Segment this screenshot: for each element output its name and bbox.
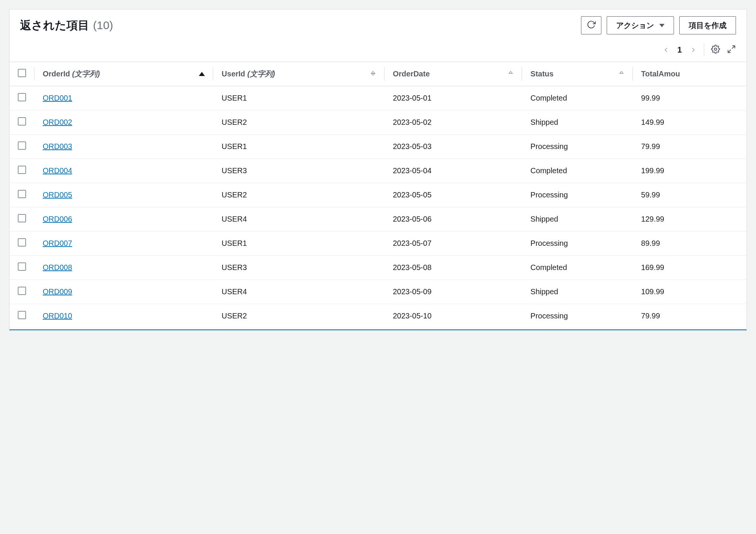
table-row: ORD001USER12023-05-01Completed99.99 [9, 86, 747, 110]
svg-line-1 [732, 46, 735, 48]
col-orderdate-label: OrderDate [393, 70, 430, 78]
expand-icon [727, 45, 736, 55]
cell-orderdate: 2023-05-04 [384, 159, 522, 183]
col-status[interactable]: Status [522, 62, 633, 86]
cell-userid: USER3 [213, 159, 384, 183]
cell-orderdate: 2023-05-06 [384, 207, 522, 231]
orderid-link[interactable]: ORD004 [43, 166, 72, 175]
orderid-link[interactable]: ORD010 [43, 312, 72, 320]
col-userid[interactable]: UserId (文字列) [213, 62, 384, 86]
table-scroll[interactable]: OrderId (文字列) UserId (文字列) [9, 62, 747, 330]
table-row: ORD007USER12023-05-07Processing89.99 [9, 231, 747, 256]
col-userid-label: UserId [222, 70, 245, 78]
cell-status: Processing [522, 183, 633, 207]
cell-totalamount: 89.99 [633, 231, 747, 256]
cell-totalamount: 109.99 [633, 280, 747, 304]
orderid-link[interactable]: ORD009 [43, 287, 72, 296]
svg-marker-4 [372, 73, 375, 75]
fullscreen-button[interactable] [727, 45, 736, 55]
col-select-all [9, 62, 34, 86]
cell-totalamount: 199.99 [633, 159, 747, 183]
cell-status: Shipped [522, 207, 633, 231]
cell-orderdate: 2023-05-02 [384, 110, 522, 135]
items-table: OrderId (文字列) UserId (文字列) [9, 62, 747, 328]
svg-marker-5 [509, 71, 513, 73]
cell-userid: USER1 [213, 135, 384, 159]
col-status-label: Status [530, 70, 553, 78]
row-checkbox[interactable] [18, 238, 26, 247]
cell-totalamount: 129.99 [633, 207, 747, 231]
create-item-button[interactable]: 項目を作成 [679, 16, 736, 34]
table-toolbar: 1 [9, 37, 747, 62]
cell-status: Completed [522, 86, 633, 110]
pagination: 1 [662, 45, 697, 55]
table-row: ORD010USER22023-05-10Processing79.99 [9, 304, 747, 328]
orderid-link[interactable]: ORD001 [43, 94, 72, 102]
table-row: ORD003USER12023-05-03Processing79.99 [9, 135, 747, 159]
actions-dropdown-button[interactable]: アクション [607, 16, 674, 34]
orderid-link[interactable]: ORD006 [43, 215, 72, 223]
table-row: ORD002USER22023-05-02Shipped149.99 [9, 110, 747, 135]
cell-status: Processing [522, 304, 633, 328]
cell-orderdate: 2023-05-01 [384, 86, 522, 110]
orderid-link[interactable]: ORD007 [43, 239, 72, 247]
row-checkbox[interactable] [18, 141, 26, 150]
svg-line-2 [728, 50, 731, 53]
item-count: (10) [93, 19, 113, 32]
row-checkbox[interactable] [18, 311, 26, 319]
toolbar-divider [704, 43, 704, 56]
col-userid-type: (文字列) [247, 70, 275, 78]
create-item-label: 項目を作成 [689, 20, 727, 31]
sort-asc-icon [199, 72, 205, 76]
row-checkbox[interactable] [18, 93, 26, 101]
orderid-link[interactable]: ORD003 [43, 142, 72, 151]
prev-page-button[interactable] [662, 46, 670, 54]
settings-button[interactable] [711, 45, 720, 55]
cell-totalamount: 79.99 [633, 304, 747, 328]
col-totalamount[interactable]: TotalAmou [633, 62, 747, 86]
cell-userid: USER4 [213, 280, 384, 304]
cell-userid: USER1 [213, 231, 384, 256]
row-checkbox[interactable] [18, 117, 26, 126]
header-actions: アクション 項目を作成 [581, 16, 736, 34]
svg-point-0 [714, 48, 717, 50]
cell-status: Processing [522, 135, 633, 159]
cell-userid: USER2 [213, 304, 384, 328]
row-checkbox[interactable] [18, 166, 26, 174]
panel-header: 返された項目 (10) アクション 項目を作成 [9, 9, 747, 37]
orderid-link[interactable]: ORD005 [43, 191, 72, 199]
caret-down-icon [659, 24, 665, 27]
row-checkbox[interactable] [18, 287, 26, 295]
row-checkbox[interactable] [18, 262, 26, 271]
cell-totalamount: 99.99 [633, 86, 747, 110]
cell-status: Completed [522, 256, 633, 280]
refresh-button[interactable] [581, 16, 601, 34]
refresh-icon [587, 20, 596, 31]
next-page-button[interactable] [689, 46, 697, 54]
cell-status: Completed [522, 159, 633, 183]
col-orderdate[interactable]: OrderDate [384, 62, 522, 86]
cell-userid: USER1 [213, 86, 384, 110]
col-orderid[interactable]: OrderId (文字列) [34, 62, 213, 86]
cell-status: Processing [522, 231, 633, 256]
orderid-link[interactable]: ORD008 [43, 263, 72, 272]
svg-marker-6 [620, 71, 623, 73]
sort-icon [370, 70, 376, 78]
cell-orderdate: 2023-05-10 [384, 304, 522, 328]
cell-userid: USER4 [213, 207, 384, 231]
svg-marker-3 [372, 71, 375, 73]
cell-orderdate: 2023-05-09 [384, 280, 522, 304]
col-totalamount-label: TotalAmou [641, 70, 680, 78]
select-all-checkbox[interactable] [18, 69, 26, 77]
table-row: ORD008USER32023-05-08Completed169.99 [9, 256, 747, 280]
orderid-link[interactable]: ORD002 [43, 118, 72, 126]
page-title: 返された項目 [20, 18, 89, 33]
cell-orderdate: 2023-05-08 [384, 256, 522, 280]
row-checkbox[interactable] [18, 214, 26, 222]
title-wrap: 返された項目 (10) [20, 18, 113, 33]
table-row: ORD004USER32023-05-04Completed199.99 [9, 159, 747, 183]
col-orderid-type: (文字列) [72, 70, 100, 78]
sort-icon [508, 70, 514, 78]
row-checkbox[interactable] [18, 190, 26, 198]
cell-totalamount: 169.99 [633, 256, 747, 280]
